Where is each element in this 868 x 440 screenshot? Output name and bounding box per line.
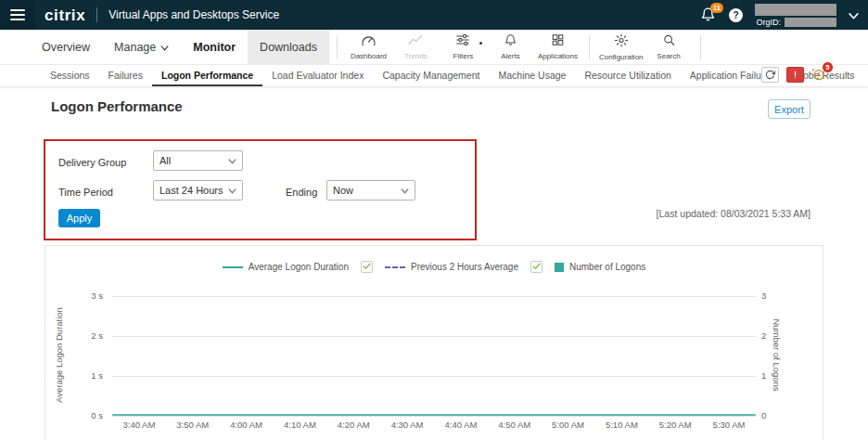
left-tick: 3 s (73, 291, 103, 301)
help-button[interactable]: ? (729, 8, 743, 22)
chevron-down-icon (849, 6, 859, 23)
subtab-capacity-management[interactable]: Capacity Management (373, 65, 489, 86)
last-updated-text: [Last updated: 08/03/2021 5:33 AM] (657, 208, 811, 219)
nav-item-downloads[interactable]: Downloads (248, 30, 329, 65)
right-axis-title: Number of Logons (772, 291, 782, 421)
subtab-actions: 5 (761, 67, 827, 83)
time-period-label: Time Period (58, 187, 113, 198)
main-nav: Overview Manage Monitor Downloads Dashbo… (0, 30, 868, 65)
subtab-resource-utilization[interactable]: Resource Utilization (575, 65, 680, 86)
nav-item-manage[interactable]: Manage (102, 30, 181, 65)
x-tick: 3:40 AM (112, 420, 166, 430)
tool-search[interactable]: Search (645, 30, 693, 65)
alerts-bell-icon (504, 33, 517, 50)
help-icon: ? (733, 10, 738, 20)
nav-divider (589, 35, 590, 59)
tool-filters[interactable]: Filters (440, 30, 487, 65)
tool-configuration[interactable]: Configuration (597, 30, 645, 65)
time-period-select[interactable]: Last 24 Hours (153, 180, 243, 201)
org-id-label: OrgID: (756, 18, 781, 27)
gridline-0 (112, 416, 756, 417)
account-menu-button[interactable] (849, 6, 859, 23)
nav-divider (337, 35, 338, 59)
subtab-logon-performance[interactable]: Logon Performance (152, 65, 262, 86)
export-button[interactable]: Export (768, 99, 811, 119)
monitor-subtabs: Sessions Failures Logon Performance Load… (0, 65, 868, 86)
subtab-custom-reports[interactable]: Custom Reports (863, 65, 868, 86)
check-icon (532, 262, 541, 272)
subtab-machine-usage[interactable]: Machine Usage (489, 65, 575, 86)
citrix-logo: citrix (45, 7, 85, 23)
teal-square-swatch (555, 263, 564, 272)
chart-legend: Average Logon Duration Previous 2 Hours … (45, 261, 823, 273)
x-tick: 5:00 AM (542, 420, 595, 430)
gear-icon (614, 33, 629, 51)
x-tick: 4:50 AM (488, 420, 542, 430)
subtab-load-evaluator-index[interactable]: Load Evaluator Index (262, 65, 373, 86)
hamburger-menu-button[interactable] (0, 0, 35, 30)
subtab-failures[interactable]: Failures (99, 65, 152, 86)
right-tick: 1 (761, 370, 766, 381)
chevron-down-icon (401, 185, 409, 196)
x-tick: 4:20 AM (326, 420, 380, 430)
right-tick: 3 (761, 291, 766, 301)
refresh-button[interactable] (761, 67, 779, 83)
x-tick: 3:50 AM (166, 420, 220, 430)
topbar-right: 11 ? OrgID: (700, 4, 868, 27)
notification-badge: 11 (710, 3, 723, 13)
avg-logon-duration-checkbox[interactable] (361, 261, 373, 273)
filters-dropdown-dot (479, 42, 482, 45)
alarm-notifications-button[interactable]: 5 (811, 67, 827, 83)
legend-item-number-of-logons: Number of Logons (555, 262, 645, 272)
page-title: Logon Performance (51, 98, 183, 114)
dashboard-gauge-icon (361, 33, 377, 50)
ending-label: Ending (286, 187, 317, 198)
avg-logon-duration-series-line (112, 414, 756, 416)
topbar-divider (96, 7, 97, 22)
previous-2-hours-checkbox[interactable] (530, 261, 542, 273)
redacted-org-id (785, 18, 836, 27)
nav-item-monitor[interactable]: Monitor (181, 30, 248, 65)
redacted-account-name (755, 4, 836, 16)
legend-item-avg-logon-duration: Average Logon Duration (223, 262, 349, 272)
logon-performance-chart: Average Logon Duration Previous 2 Hours … (45, 245, 823, 440)
x-tick: 4:00 AM (220, 420, 274, 430)
x-tick: 4:10 AM (273, 420, 326, 430)
org-block: OrgID: (755, 4, 836, 27)
dashed-line-swatch (385, 266, 405, 268)
tool-trends[interactable]: Trends (392, 30, 440, 65)
screen: citrix Virtual Apps and Desktops Service… (0, 0, 868, 440)
ending-select[interactable]: Now (326, 180, 415, 201)
applications-grid-icon (551, 33, 565, 50)
delivery-group-label: Delivery Group (58, 157, 126, 168)
chevron-down-icon (160, 41, 169, 54)
critical-alert-button[interactable] (786, 67, 804, 83)
refresh-icon (765, 67, 775, 84)
right-tick: 0 (761, 410, 766, 421)
tool-dashboard[interactable]: Dashboard (345, 30, 392, 65)
tool-alerts[interactable]: Alerts (487, 30, 534, 65)
subtab-sessions[interactable]: Sessions (41, 65, 99, 86)
top-bar: citrix Virtual Apps and Desktops Service… (0, 0, 868, 30)
x-tick: 5:10 AM (594, 420, 648, 430)
product-title: Virtual Apps and Desktops Service (108, 8, 279, 21)
nav-divider (700, 35, 701, 59)
chevron-down-icon (228, 185, 236, 196)
tool-applications[interactable]: Applications (534, 30, 581, 65)
alarm-badge: 5 (822, 61, 834, 73)
left-axis-title: Average Logon Duration (54, 291, 64, 421)
nav-item-overview[interactable]: Overview (30, 30, 102, 65)
apply-button[interactable]: Apply (58, 209, 100, 227)
filters-sliders-icon (455, 33, 470, 50)
notifications-button[interactable]: 11 (700, 6, 717, 23)
search-icon (662, 33, 676, 50)
check-icon (363, 262, 371, 272)
left-tick: 0 s (73, 410, 103, 421)
gridline-1 (112, 376, 756, 377)
x-tick: 4:40 AM (434, 420, 488, 430)
exclamation-icon (790, 67, 800, 84)
delivery-group-select[interactable]: All (153, 150, 243, 171)
chevron-down-icon (228, 155, 236, 166)
legend-item-previous-2-hours: Previous 2 Hours Average (385, 262, 518, 272)
x-tick: 4:30 AM (380, 420, 434, 430)
